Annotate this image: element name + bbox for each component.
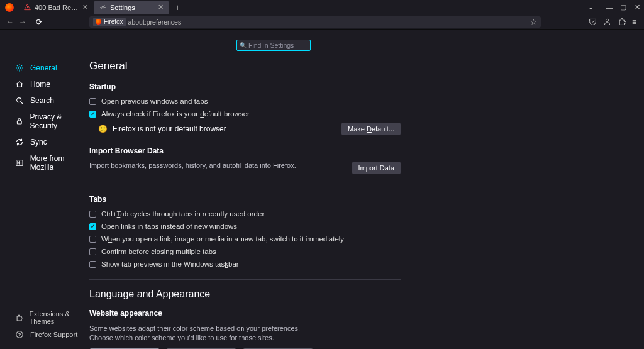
firefox-icon (96, 19, 101, 25)
account-icon[interactable] (603, 18, 611, 26)
checkbox-ctrl-tab[interactable]: Ctrl+Tab cycles through tabs in recently… (89, 210, 401, 218)
sidebar-item-search[interactable]: Search (0, 92, 89, 109)
firefox-url-badge: Firefox (93, 18, 126, 26)
search-icon: 🔍 (240, 42, 247, 48)
sidebar-label: More from Mozilla (30, 154, 89, 172)
new-tab-button[interactable]: + (170, 3, 185, 13)
puzzle-icon (15, 313, 23, 322)
startup-heading: Startup (89, 82, 401, 91)
back-button[interactable]: ← (4, 18, 16, 26)
checkbox-label: Open links in tabs instead of new window… (101, 223, 237, 230)
find-in-settings[interactable]: 🔍 (236, 40, 311, 51)
search-icon (15, 96, 24, 105)
pocket-icon[interactable] (589, 18, 597, 26)
svg-line-5 (21, 102, 23, 104)
checkbox-switch-on-open[interactable]: When you open a link, image or media in … (89, 235, 401, 243)
tab-settings[interactable]: Settings ✕ (94, 1, 169, 14)
make-default-button[interactable]: Make Default... (341, 123, 401, 135)
tabs-heading: Tabs (89, 195, 401, 204)
app-menu-icon[interactable]: ≡ (632, 18, 636, 26)
sidebar-item-general[interactable]: General (0, 60, 89, 76)
home-icon (15, 80, 24, 89)
bookmark-star-icon[interactable]: ☆ (530, 18, 537, 26)
checkbox-open-previous[interactable]: Open previous windows and tabs (89, 97, 401, 105)
appearance-desc: Some websites adapt their color scheme b… (89, 324, 309, 343)
sidebar-label: Search (30, 96, 54, 105)
sidebar-item-home[interactable]: Home (0, 76, 89, 92)
address-bar[interactable]: Firefox about:preferences ☆ (89, 16, 541, 28)
url-text: about:preferences (128, 18, 182, 26)
checkbox-label: Ctrl+Tab cycles through tabs in recently… (101, 210, 264, 218)
sidebar-item-privacy[interactable]: Privacy & Security (0, 109, 89, 134)
checkbox-always-check-default[interactable]: Always check if Firefox is your default … (89, 110, 401, 118)
find-input[interactable] (248, 42, 308, 49)
sidebar-item-more-mozilla[interactable]: More from Mozilla (0, 150, 89, 175)
checkbox-taskbar-previews[interactable]: Show tab previews in the Windows taskbar (89, 260, 401, 268)
sidebar-label: Sync (30, 138, 47, 147)
sidebar-label: Privacy & Security (30, 113, 89, 130)
sidebar-extensions-themes[interactable]: Extensions & Themes (0, 307, 89, 328)
mozilla-icon (15, 158, 24, 167)
extensions-icon[interactable] (618, 18, 626, 26)
sidebar-label: Firefox Support (30, 331, 77, 338)
help-icon (15, 330, 24, 339)
sidebar-label: Home (30, 80, 50, 89)
checkbox-open-links-tabs[interactable]: Open links in tabs instead of new window… (89, 223, 401, 230)
tab-bad-request[interactable]: 400 Bad Request ✕ (19, 1, 93, 14)
svg-point-1 (102, 6, 104, 8)
checkbox-icon (89, 248, 96, 255)
settings-sidebar: General Home Search Privacy & Security S… (0, 30, 89, 349)
checkbox-label: When you open a link, image or media in … (101, 235, 344, 243)
sidebar-item-sync[interactable]: Sync (0, 134, 89, 150)
checkbox-label: Always check if Firefox is your default … (101, 110, 250, 118)
tab-overflow-icon[interactable]: ⌄ (588, 3, 594, 11)
checkbox-label: Show tab previews in the Windows taskbar (101, 260, 239, 268)
tab-close-icon[interactable]: ✕ (158, 3, 164, 11)
lock-icon (15, 117, 24, 126)
section-divider (89, 279, 401, 280)
checkbox-icon (89, 211, 96, 218)
checkbox-icon (89, 111, 96, 118)
error-favicon (24, 4, 31, 11)
checkbox-icon (89, 236, 96, 243)
import-heading: Import Browser Data (89, 147, 401, 155)
svg-point-2 (606, 19, 608, 21)
sidebar-label: Extensions & Themes (30, 310, 89, 325)
checkbox-icon (89, 261, 96, 268)
tab-close-icon[interactable]: ✕ (82, 3, 88, 11)
sidebar-firefox-support[interactable]: Firefox Support (0, 328, 89, 341)
reload-button[interactable]: ⟳ (33, 18, 45, 26)
checkbox-icon (89, 223, 96, 230)
gear-icon (15, 64, 24, 72)
checkbox-icon (89, 98, 96, 105)
tab-title: 400 Bad Request (35, 4, 79, 11)
minimize-button[interactable]: ― (602, 4, 616, 11)
svg-point-4 (17, 98, 21, 102)
appearance-heading: Language and Appearance (89, 289, 401, 300)
checkbox-label: Open previous windows and tabs (101, 97, 208, 105)
firefox-logo (5, 3, 14, 12)
svg-point-8 (16, 331, 23, 338)
close-window-button[interactable]: ✕ (630, 3, 644, 11)
gear-favicon (99, 4, 106, 11)
sync-icon (15, 138, 24, 147)
website-appearance-heading: Website appearance (89, 309, 401, 318)
page-title: General (89, 60, 401, 72)
svg-rect-6 (17, 121, 21, 124)
sidebar-label: General (30, 64, 57, 72)
forward-button: → (16, 18, 29, 26)
checkbox-label: Confirm before closing multiple tabs (101, 248, 216, 255)
import-desc: Import bookmarks, passwords, history, an… (89, 162, 333, 169)
maximize-button[interactable]: ▢ (616, 3, 630, 11)
import-data-button[interactable]: Import Data (352, 162, 401, 174)
tab-title: Settings (110, 4, 154, 11)
svg-point-3 (18, 67, 21, 69)
frown-icon: 😕 (98, 125, 108, 133)
default-browser-status: Firefox is not your default browser (113, 125, 226, 133)
checkbox-confirm-close[interactable]: Confirm before closing multiple tabs (89, 248, 401, 255)
